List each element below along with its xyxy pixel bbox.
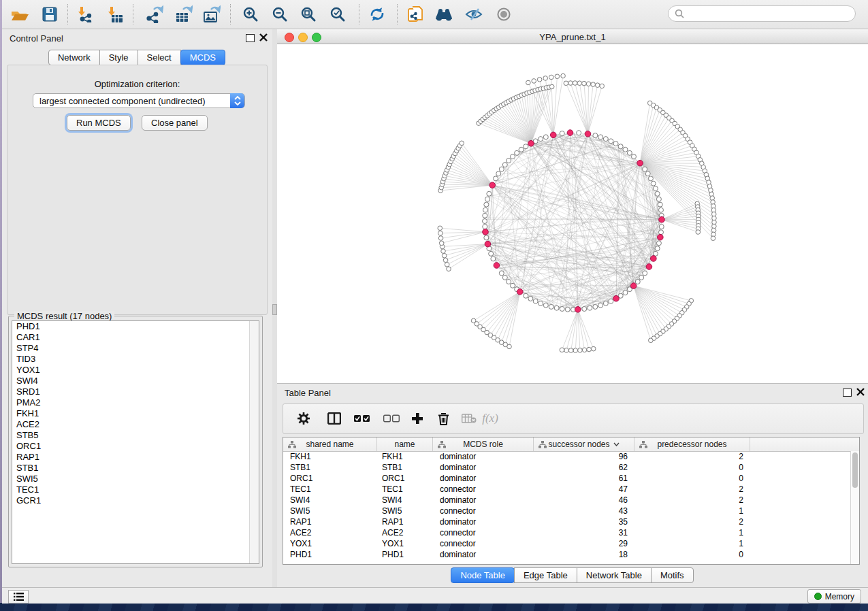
delete-table-icon[interactable] bbox=[458, 408, 480, 429]
mcds-result-item[interactable]: YOX1 bbox=[12, 365, 259, 376]
optimization-criterion-select[interactable]: largest connected component (undirected) bbox=[33, 93, 245, 108]
tab-edge-table[interactable]: Edge Table bbox=[514, 567, 577, 583]
table-row-STB1[interactable]: STB1STB1dominator620 bbox=[283, 462, 859, 473]
float-panel-icon[interactable] bbox=[246, 34, 255, 42]
toolbar-separator bbox=[359, 4, 359, 24]
mcds-result-item[interactable]: RAP1 bbox=[12, 452, 259, 463]
table-scrollbar-thumb[interactable] bbox=[852, 452, 858, 488]
memory-button[interactable]: Memory bbox=[807, 589, 861, 604]
column-header-MCDS-role[interactable]: MCDS role bbox=[433, 437, 534, 451]
close-panel-button[interactable]: Close panel bbox=[142, 115, 208, 131]
table-tabs: Node TableEdge TableNetwork TableMotifs bbox=[277, 567, 868, 583]
open-file-button[interactable] bbox=[8, 4, 31, 24]
table-row-YOX1[interactable]: YOX1YOX1connector291 bbox=[283, 538, 859, 549]
close-table-panel-icon[interactable] bbox=[856, 388, 865, 396]
mcds-result-item[interactable]: TID3 bbox=[12, 354, 259, 365]
table-cell: ORC1 bbox=[382, 474, 404, 483]
mcds-result-item[interactable]: STB1 bbox=[12, 463, 259, 474]
network-from-selection-button[interactable] bbox=[404, 4, 427, 24]
import-table-button[interactable] bbox=[103, 4, 126, 24]
mcds-result-item[interactable]: PHD1 bbox=[12, 321, 259, 332]
control-panel-header: Control Panel bbox=[2, 29, 272, 47]
table-row-SWI5[interactable]: SWI5SWI5connector431 bbox=[283, 506, 859, 516]
export-network-button[interactable] bbox=[142, 4, 165, 24]
search-icon bbox=[675, 9, 684, 18]
zoom-in-button[interactable] bbox=[239, 4, 262, 24]
task-history-button[interactable] bbox=[8, 590, 29, 604]
column-header-predecessor-nodes[interactable]: predecessor nodes bbox=[634, 437, 750, 451]
table-row-TEC1[interactable]: TEC1TEC1connector472 bbox=[283, 484, 859, 495]
mcds-list-scrollbar[interactable] bbox=[249, 321, 259, 563]
tab-mcds[interactable]: MCDS bbox=[180, 50, 225, 65]
mcds-result-item[interactable]: ACE2 bbox=[12, 419, 259, 430]
import-network-button[interactable] bbox=[73, 4, 96, 24]
network-window-titlebar[interactable]: YPA_prune.txt_1 bbox=[277, 29, 868, 44]
mcds-result-item[interactable]: TEC1 bbox=[12, 484, 259, 495]
zoom-out-button[interactable] bbox=[268, 4, 291, 24]
float-table-panel-icon[interactable] bbox=[843, 389, 852, 397]
table-cell: dominator bbox=[440, 495, 476, 505]
node-table[interactable]: shared namenameMCDS rolesuccessor nodesp… bbox=[283, 437, 860, 565]
mcds-result-item[interactable]: SRD1 bbox=[12, 386, 259, 397]
mcds-result-item[interactable]: STB5 bbox=[12, 430, 259, 441]
table-cell: 43 bbox=[534, 506, 628, 516]
mcds-result-item[interactable]: FKH1 bbox=[12, 408, 259, 419]
add-column-plus-icon[interactable] bbox=[406, 408, 428, 429]
function-builder-icon[interactable]: f(x) bbox=[479, 408, 501, 429]
select-all-checks-icon[interactable] bbox=[351, 408, 373, 429]
column-header-successor-nodes[interactable]: successor nodes bbox=[534, 437, 634, 451]
table-cell: 0 bbox=[634, 474, 743, 483]
delete-column-trash-icon[interactable] bbox=[432, 408, 454, 429]
split-view-icon[interactable] bbox=[323, 408, 345, 429]
tab-network[interactable]: Network bbox=[48, 50, 100, 65]
tab-style[interactable]: Style bbox=[99, 50, 138, 65]
mcds-result-item[interactable]: ORC1 bbox=[12, 441, 259, 452]
table-scrollbar[interactable] bbox=[850, 451, 859, 564]
table-row-ORC1[interactable]: ORC1ORC1dominator610 bbox=[283, 473, 859, 484]
network-canvas[interactable] bbox=[277, 44, 868, 383]
column-header-name[interactable]: name bbox=[377, 437, 433, 451]
table-cell: 1 bbox=[634, 539, 743, 548]
mcds-result-item[interactable]: SWI4 bbox=[12, 376, 259, 386]
mcds-result-item[interactable]: CAR1 bbox=[12, 332, 259, 343]
toolbar-separator bbox=[67, 4, 68, 24]
preview-eye-icon[interactable] bbox=[492, 4, 515, 24]
table-cell: PHD1 bbox=[290, 550, 312, 559]
search-input[interactable] bbox=[668, 5, 856, 22]
export-image-button[interactable] bbox=[199, 4, 223, 24]
table-row-RAP1[interactable]: RAP1RAP1dominator352 bbox=[283, 516, 859, 527]
status-bar: Memory bbox=[2, 587, 868, 604]
run-mcds-button[interactable]: Run MCDS bbox=[67, 115, 131, 131]
close-panel-icon[interactable] bbox=[259, 33, 268, 42]
mcds-result-item[interactable]: STP4 bbox=[12, 343, 259, 354]
desktop: Control Panel NetworkStyleSelectMCDS Opt… bbox=[0, 0, 868, 611]
save-session-button[interactable] bbox=[38, 4, 61, 24]
tab-motifs[interactable]: Motifs bbox=[651, 567, 694, 583]
show-hide-eye-slash-icon[interactable] bbox=[462, 4, 485, 24]
mcds-result-item[interactable]: GCR1 bbox=[12, 495, 259, 506]
table-cell: connector bbox=[440, 528, 476, 538]
mcds-result-list[interactable]: PHD1CAR1STP4TID3YOX1SWI4SRD1PMA2FKH1ACE2… bbox=[12, 320, 259, 564]
deselect-all-checks-icon[interactable] bbox=[381, 408, 402, 429]
table-cell: ACE2 bbox=[382, 528, 403, 538]
zoom-selected-button[interactable] bbox=[326, 4, 349, 24]
column-settings-gear-icon[interactable] bbox=[293, 408, 315, 429]
tab-node-table[interactable]: Node Table bbox=[451, 567, 515, 583]
mcds-result-item[interactable]: PMA2 bbox=[12, 397, 259, 408]
network-graph[interactable] bbox=[277, 44, 868, 383]
splitter-grip[interactable] bbox=[272, 304, 277, 315]
table-row-FKH1[interactable]: FKH1FKH1dominator962 bbox=[283, 451, 859, 462]
find-binoculars-icon[interactable] bbox=[432, 4, 455, 24]
export-table-button[interactable] bbox=[172, 4, 195, 24]
table-row-PHD1[interactable]: PHD1PHD1dominator180 bbox=[283, 549, 859, 560]
tab-network-table[interactable]: Network Table bbox=[577, 567, 652, 583]
tab-select[interactable]: Select bbox=[138, 50, 181, 65]
column-header-shared-name[interactable]: shared name bbox=[283, 437, 377, 451]
table-cell: 31 bbox=[534, 528, 628, 538]
mcds-result-item[interactable]: SWI5 bbox=[12, 474, 259, 484]
vertical-splitter[interactable] bbox=[272, 29, 277, 587]
table-row-SWI4[interactable]: SWI4SWI4dominator462 bbox=[283, 495, 859, 506]
zoom-fit-button[interactable] bbox=[297, 4, 320, 24]
table-row-ACE2[interactable]: ACE2ACE2connector311 bbox=[283, 527, 859, 538]
apply-layout-button[interactable] bbox=[366, 4, 389, 24]
